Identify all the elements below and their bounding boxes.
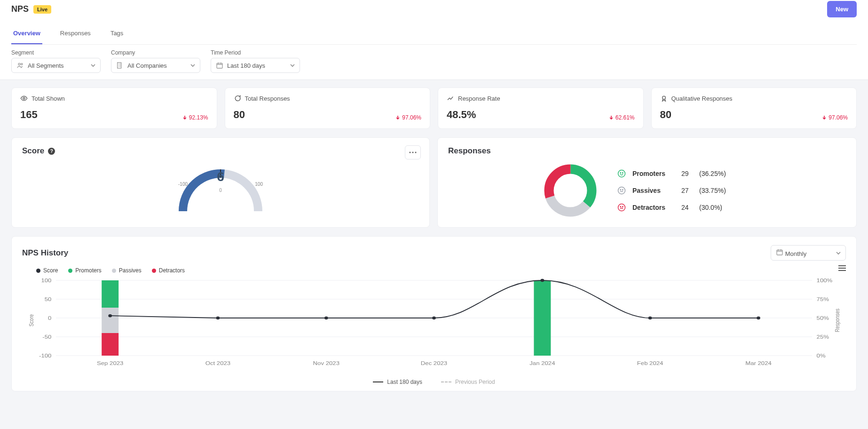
svg-text:Oct 2023: Oct 2023 [205,360,231,366]
calendar-icon [216,62,223,69]
kpi-qualitative-responses: Qualitative Responses 80 97.06% [651,87,857,129]
svg-point-5 [662,96,665,99]
kpi-delta-value: 92.13% [189,114,208,121]
kpi-total-shown: Total Shown 165 92.13% [11,87,217,129]
legend-passives: Passives [119,267,142,274]
svg-rect-41 [102,280,118,308]
score-title-text: Score [22,146,44,156]
arrow-down-icon [822,115,827,120]
new-button[interactable]: New [827,1,857,17]
chevron-down-icon [190,63,195,68]
svg-point-20 [618,204,625,211]
kpi-value: 80 [234,109,245,121]
kpi-total-responses: Total Responses 80 97.06% [225,87,431,129]
kpi-delta-value: 97.06% [402,114,421,121]
kpi-delta: 62.61% [609,114,635,121]
company-select[interactable]: All Companies [111,58,200,73]
legend-detractors: Detractors 24 (30.0%) [617,203,726,212]
legend-promoters: Promoters [75,267,101,274]
kpi-label: Qualitative Responses [671,95,733,102]
eye-icon [20,95,28,102]
svg-point-8 [415,151,416,153]
status-badge: Live [33,5,51,14]
gauge-min: -100 [178,182,188,187]
hamburger-icon [838,265,846,271]
kpi-label: Total Shown [32,95,65,102]
svg-text:75%: 75% [817,296,829,302]
svg-text:50%: 50% [817,315,829,321]
score-title: Score ? [22,146,419,156]
svg-point-51 [757,317,760,319]
kpi-row: Total Shown 165 92.13% Total Responses 8… [11,87,857,129]
svg-point-7 [412,151,413,153]
gauge-max: 100 [255,182,263,187]
neutral-icon [617,186,626,195]
svg-text:-50: -50 [42,334,51,340]
users-icon [16,62,24,69]
bar-sep-2023 [102,280,118,356]
kpi-label: Total Responses [245,95,290,102]
chat-icon [234,95,241,102]
history-period-select[interactable]: Monthly [771,245,846,261]
svg-point-50 [648,317,652,319]
arrow-down-icon [182,115,187,120]
svg-point-16 [623,173,623,174]
segment-label: Segment [11,49,101,56]
svg-point-46 [216,317,220,319]
svg-text:Jan 2024: Jan 2024 [529,360,555,366]
svg-text:100: 100 [41,278,51,284]
history-title: NPS History [22,248,68,258]
svg-text:Nov 2023: Nov 2023 [313,360,340,366]
frown-icon [617,203,626,212]
tab-responses[interactable]: Responses [58,24,93,44]
building-icon [116,62,124,69]
legend-passives: Passives 27 (33.75%) [617,186,726,195]
svg-point-17 [618,187,625,194]
svg-rect-3 [217,63,222,68]
kpi-response-rate: Response Rate 48.5% 62.61% [438,87,644,129]
svg-point-15 [620,173,621,174]
svg-point-6 [409,151,410,153]
svg-text:-100: -100 [39,353,52,359]
kpi-delta-value: 62.61% [615,114,635,121]
gauge-zero: 0 [219,188,222,193]
responses-legend: Promoters 29 (36.25%) Passives 27 (33.75… [617,169,726,212]
svg-point-19 [623,190,623,191]
card-menu-button[interactable] [405,145,421,159]
responses-donut [542,162,599,219]
trend-icon [447,95,454,102]
legend-score: Score [43,267,58,274]
period-value: Last 180 days [227,62,265,69]
period-label: Time Period [211,49,300,56]
responses-card: Responses Promoters 29 (36.25 [437,137,857,228]
segment-select[interactable]: All Segments [11,58,101,73]
arrow-down-icon [395,115,400,120]
passives-label: Passives [632,187,675,194]
arrow-down-icon [609,115,614,120]
kpi-value: 48.5% [447,109,476,121]
svg-text:25%: 25% [817,334,829,340]
svg-rect-23 [777,250,782,255]
score-card: Score ? 0 6 -100 100 [11,137,430,228]
tab-tags[interactable]: Tags [109,24,125,44]
help-icon[interactable]: ? [48,148,55,155]
tab-overview[interactable]: Overview [11,24,42,44]
detractors-pct: (30.0%) [699,204,722,211]
period-select[interactable]: Last 180 days [211,58,300,73]
kpi-delta-value: 97.06% [829,114,848,121]
kpi-delta: 97.06% [822,114,848,121]
calendar-icon [776,248,783,256]
svg-point-21 [620,207,621,207]
passives-count: 27 [681,187,693,194]
filter-bar: Segment All Segments Company All Compani… [0,45,868,80]
tabs: Overview Responses Tags [11,24,857,45]
chevron-down-icon [836,251,841,255]
svg-point-0 [18,63,20,65]
passives-pct: (33.75%) [699,187,726,194]
legend-detractors: Detractors [159,267,185,274]
svg-text:0: 0 [48,315,52,321]
chevron-down-icon [290,63,295,68]
svg-text:50: 50 [45,296,52,302]
page-title: NPS [11,4,29,14]
chart-menu-button[interactable] [838,265,846,272]
